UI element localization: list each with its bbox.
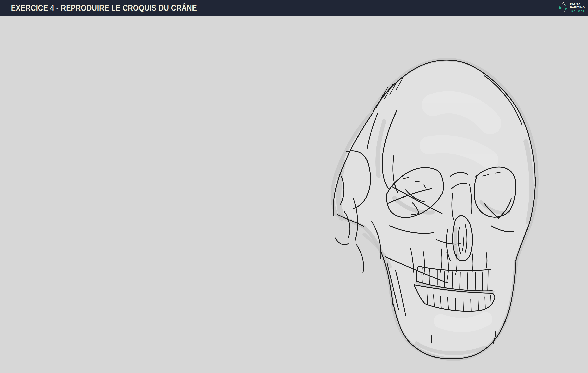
stylus-play-icon xyxy=(558,2,568,14)
title-bar: EXERCICE 4 - REPRODUIRE LE CROQUIS DU CR… xyxy=(0,0,588,16)
digital-painting-school-logo: DIGITAL PAINTING .SCHOOL xyxy=(558,2,585,14)
skull-sketch xyxy=(332,60,537,359)
exercise-title: EXERCICE 4 - REPRODUIRE LE CROQUIS DU CR… xyxy=(11,3,197,13)
logo-line-digital: DIGITAL xyxy=(570,3,585,6)
page: { "header": { "title": "EXERCICE 4 - REP… xyxy=(0,0,588,373)
logo-text: DIGITAL PAINTING .SCHOOL xyxy=(570,3,585,13)
logo-line-school: .SCHOOL xyxy=(570,10,585,13)
sketch-canvas xyxy=(0,0,588,373)
logo-line-painting: PAINTING xyxy=(570,6,585,9)
